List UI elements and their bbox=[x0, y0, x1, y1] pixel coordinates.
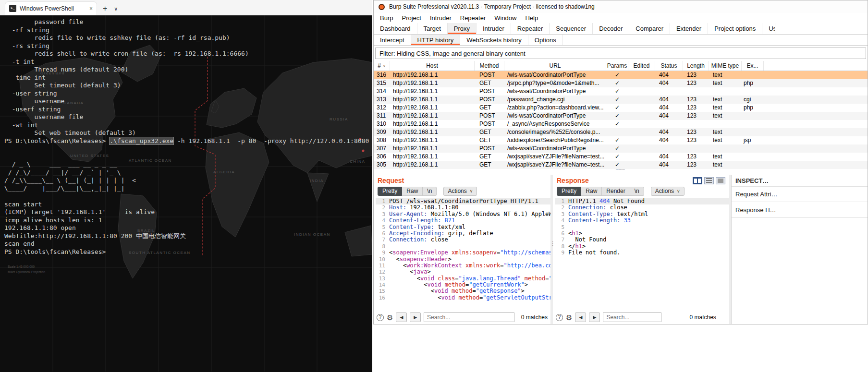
code-line: 6<h1> bbox=[555, 230, 729, 237]
subtab-websockets-history[interactable]: WebSockets history bbox=[460, 35, 528, 45]
code-segment: > bbox=[521, 288, 525, 294]
code-segment: xmlns:soapenv bbox=[452, 249, 497, 256]
terminal-line: -t int bbox=[4, 58, 372, 66]
col-header-mime-type[interactable]: MIME type bbox=[709, 61, 742, 71]
search-next-button[interactable]: ▶ bbox=[410, 312, 421, 322]
cell-ext: cgi bbox=[742, 96, 764, 104]
inspector-section-request-attributes[interactable]: Request Attributes bbox=[732, 186, 868, 202]
tab-project-options[interactable]: Project options bbox=[708, 23, 762, 34]
tab-comparer[interactable]: Comparer bbox=[629, 23, 670, 34]
request-search-input[interactable] bbox=[424, 312, 514, 322]
settings-gear-icon[interactable]: ⚙ bbox=[387, 314, 393, 321]
settings-gear-icon[interactable]: ⚙ bbox=[566, 314, 572, 321]
menu-repeater[interactable]: Repeater bbox=[456, 14, 490, 22]
layout-single-button[interactable] bbox=[716, 177, 725, 184]
col-header-[interactable]: #∨ bbox=[374, 61, 390, 71]
layout-columns-button[interactable] bbox=[693, 177, 702, 184]
cell-host: http://192.168.1.1 bbox=[390, 144, 475, 153]
cell-url: /zabbix.php?action=dashboard.view... bbox=[504, 104, 606, 112]
tab-decoder[interactable]: Decoder bbox=[593, 23, 629, 34]
code-segment: POST /wls-wsat/CoordinatorPortType HTTP/… bbox=[389, 198, 538, 204]
table-row[interactable]: 311http://192.168.1.1POST/wls-wsat/Coord… bbox=[374, 112, 868, 120]
col-header-host[interactable]: Host bbox=[390, 61, 475, 71]
col-header-params[interactable]: Params bbox=[606, 61, 628, 71]
table-row[interactable]: 309http://192.168.1.1GET/console/images/… bbox=[374, 128, 868, 136]
menu-intruder[interactable]: Intruder bbox=[426, 14, 456, 22]
new-tab-button[interactable]: + bbox=[103, 4, 107, 13]
inspector-section-response-headers[interactable]: Response Headers bbox=[732, 202, 868, 218]
cell-params bbox=[606, 128, 628, 136]
tab-extender[interactable]: Extender bbox=[670, 23, 708, 34]
table-row[interactable]: 314http://192.168.1.1POST/wls-wsat/Coord… bbox=[374, 87, 868, 96]
burp-app-icon bbox=[379, 4, 385, 10]
menu-project[interactable]: Project bbox=[397, 14, 425, 22]
col-header-length[interactable]: Length bbox=[683, 61, 709, 71]
table-row[interactable]: 316http://192.168.1.1POST/wls-wsat/Coord… bbox=[374, 71, 868, 79]
editor-tab-raw[interactable]: Raw bbox=[581, 187, 602, 196]
response-actions-button[interactable]: Actions ∨ bbox=[651, 187, 685, 196]
code-segment: "java.lang.Thread" bbox=[459, 275, 521, 282]
response-search-input[interactable] bbox=[603, 312, 661, 322]
code-segment: close bbox=[606, 204, 627, 211]
editor-tab-raw[interactable]: Raw bbox=[402, 187, 423, 196]
search-prev-button[interactable]: ◀ bbox=[396, 312, 407, 322]
help-icon[interactable]: ? bbox=[377, 314, 384, 321]
tab-repeater[interactable]: Repeater bbox=[511, 23, 550, 34]
table-row[interactable]: 310http://192.168.1.1POST/_async/AsyncRe… bbox=[374, 120, 868, 128]
splitter-handle[interactable]: ┄┄┄ bbox=[374, 169, 868, 175]
col-header-ex[interactable]: Ex... bbox=[742, 61, 764, 71]
filter-bar[interactable]: Filter: Hiding CSS, image and general bi… bbox=[375, 48, 866, 59]
code-line: 9File not found. bbox=[555, 250, 729, 256]
table-row[interactable]: 312http://192.168.1.1GET/zabbix.php?acti… bbox=[374, 104, 868, 112]
editor-tab-pretty[interactable]: Pretty bbox=[557, 187, 581, 196]
help-icon[interactable]: ? bbox=[556, 314, 563, 321]
subtab-http-history[interactable]: HTTP history bbox=[411, 35, 461, 45]
menu-window[interactable]: Window bbox=[490, 14, 521, 22]
search-next-button[interactable]: ▶ bbox=[589, 312, 600, 322]
cell-filler bbox=[764, 161, 868, 169]
menu-help[interactable]: Help bbox=[521, 14, 542, 22]
terminal-tab[interactable]: >_ Windows PowerShell × bbox=[5, 1, 97, 15]
tab-close-icon[interactable]: × bbox=[89, 5, 93, 12]
table-row[interactable]: 307http://192.168.1.1POST/wls-wsat/Coord… bbox=[374, 144, 868, 153]
col-header-method[interactable]: Method bbox=[475, 61, 504, 71]
tab-target[interactable]: Target bbox=[417, 23, 448, 34]
cell-ext: jsp bbox=[742, 136, 764, 144]
request-editor[interactable]: 1POST /wls-wsat/CoordinatorPortType HTTP… bbox=[374, 197, 550, 311]
line-number: 8 bbox=[376, 243, 385, 250]
code-line: 14 <void method="getCurrentWork"> bbox=[376, 282, 550, 288]
terminal-body: GreenlandCANADARUSSIAUNITED STATESATLANT… bbox=[0, 15, 372, 372]
code-segment: method bbox=[452, 288, 472, 294]
editor-tab-n[interactable]: \n bbox=[423, 187, 437, 196]
editor-tab-pretty[interactable]: Pretty bbox=[378, 187, 402, 196]
code-text: Connection: close bbox=[389, 237, 448, 243]
tab-sequencer[interactable]: Sequencer bbox=[550, 23, 593, 34]
col-header-url[interactable]: URL bbox=[504, 61, 606, 71]
table-row[interactable]: 308http://192.168.1.1GET/uddiexplorer/Se… bbox=[374, 136, 868, 144]
powershell-icon: >_ bbox=[9, 5, 16, 12]
cell-mime: text bbox=[709, 161, 742, 169]
table-row[interactable]: 306http://192.168.1.1GET/wxjsapi/saveYZJ… bbox=[374, 153, 868, 161]
editor-tab-n[interactable]: \n bbox=[630, 187, 644, 196]
table-row[interactable]: 313http://192.168.1.1POST/password_chang… bbox=[374, 96, 868, 104]
editor-tab-render[interactable]: Render bbox=[602, 187, 630, 196]
tab-intruder[interactable]: Intruder bbox=[477, 23, 511, 34]
col-header-status[interactable]: Status bbox=[655, 61, 683, 71]
layout-rows-button[interactable] bbox=[704, 177, 714, 184]
tab-dashboard[interactable]: Dashboard bbox=[374, 23, 417, 34]
menu-burp[interactable]: Burp bbox=[376, 14, 397, 22]
response-editor[interactable]: 1HTTP/1.1 404 Not Found2Connection: clos… bbox=[553, 197, 729, 311]
tab-dropdown-icon[interactable]: ∨ bbox=[114, 6, 118, 12]
table-row[interactable]: 315http://192.168.1.1GET/jsrpc.php?type=… bbox=[374, 79, 868, 87]
subtab-options[interactable]: Options bbox=[528, 35, 563, 45]
col-header-edited[interactable]: Edited bbox=[628, 61, 655, 71]
col-header-filler bbox=[764, 61, 868, 71]
search-prev-button[interactable]: ◀ bbox=[575, 312, 586, 322]
tab-proxy[interactable]: Proxy bbox=[448, 23, 477, 34]
code-line: 11 <work:WorkContext xmlns:work="http://… bbox=[376, 263, 550, 269]
request-response-divider[interactable]: ⋮ bbox=[550, 175, 553, 324]
tab-user-options[interactable]: User options bbox=[762, 23, 775, 34]
request-actions-button[interactable]: Actions ∨ bbox=[443, 187, 477, 196]
code-segment: void bbox=[420, 275, 434, 282]
subtab-intercept[interactable]: Intercept bbox=[374, 35, 411, 45]
